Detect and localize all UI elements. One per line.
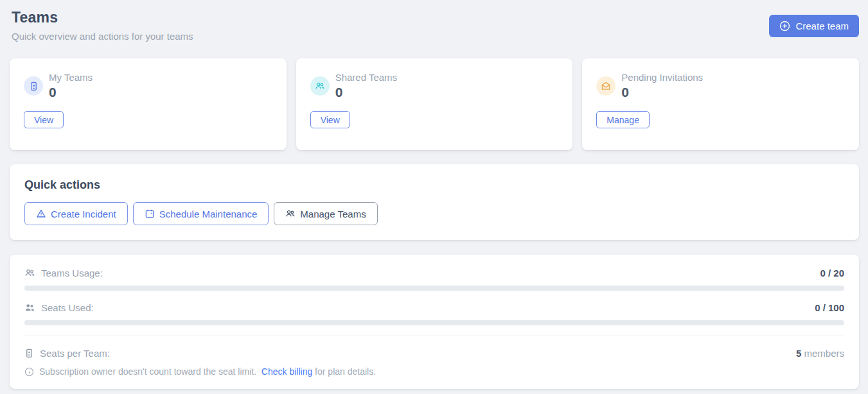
stat-label: Pending Invitations [621,72,703,83]
page-title: Teams [12,9,193,26]
seats-used-value: 0 / 100 [815,302,844,313]
page-header: Teams Quick overview and actions for you… [10,9,859,42]
badge-icon [24,348,34,358]
seats-per-team-row: Seats per Team: 5 members [24,348,844,359]
seats-used-group: Seats Used: 0 / 100 [24,302,844,325]
stat-label: My Teams [49,72,93,83]
seats-used-progressbar [24,320,844,325]
seats-per-team-value: 5 members [796,348,844,359]
page-header-text: Teams Quick overview and actions for you… [12,9,193,42]
teams-usage-value: 0 / 20 [820,268,844,278]
create-incident-button[interactable]: Create Incident [24,202,128,225]
seats-per-team-label: Seats per Team: [40,348,110,359]
stat-value: 0 [621,85,703,100]
plus-circle-icon [779,21,790,31]
page-subtitle: Quick overview and actions for your team… [12,31,193,42]
pending-invitations-card: Pending Invitations 0 Manage [582,58,859,150]
envelope-icon [596,76,616,96]
my-teams-view-button[interactable]: View [24,111,64,128]
users-icon [310,76,330,96]
shared-teams-card: Shared Teams 0 View [296,58,573,150]
quick-actions-buttons: Create Incident Schedule Maintenance [24,202,844,225]
schedule-maintenance-label: Schedule Maintenance [159,209,258,219]
stat-value: 0 [335,85,397,100]
calendar-icon [145,209,155,219]
teams-usage-progressbar [24,286,844,291]
pending-invitations-manage-button[interactable]: Manage [596,111,650,128]
stats-row: My Teams 0 View Shared Teams [10,58,859,150]
quick-actions-heading: Quick actions [24,178,844,192]
create-team-label: Create team [795,21,849,31]
my-teams-card: My Teams 0 View [10,58,287,150]
teams-usage-label: Teams Usage: [41,268,103,278]
stat-value: 0 [49,85,93,100]
info-icon [24,367,34,377]
schedule-maintenance-button[interactable]: Schedule Maintenance [133,202,269,225]
teams-usage-group: Teams Usage: 0 / 20 [24,268,844,291]
usage-divider [24,336,844,336]
seats-used-label: Seats Used: [41,302,94,313]
users-icon [285,209,296,219]
warning-icon [36,209,46,219]
users-filled-icon [24,302,35,313]
usage-card: Teams Usage: 0 / 20 [10,255,859,389]
seat-limit-note: Subscription owner doesn't count toward … [24,366,844,377]
teams-page: Teams Quick overview and actions for you… [0,0,868,389]
create-incident-label: Create Incident [51,209,116,219]
badge-icon [24,76,43,96]
note-text: Subscription owner doesn't count toward … [39,366,256,377]
check-billing-link[interactable]: Check billing [261,366,312,377]
quick-actions-card: Quick actions Create Incident [10,164,859,240]
note-suffix: for plan details. [312,366,376,377]
stat-label: Shared Teams [335,72,397,83]
manage-teams-button[interactable]: Manage Teams [274,202,377,225]
shared-teams-view-button[interactable]: View [310,111,350,128]
create-team-button[interactable]: Create team [769,15,859,37]
manage-teams-label: Manage Teams [300,209,366,219]
users-outline-icon [24,268,35,278]
